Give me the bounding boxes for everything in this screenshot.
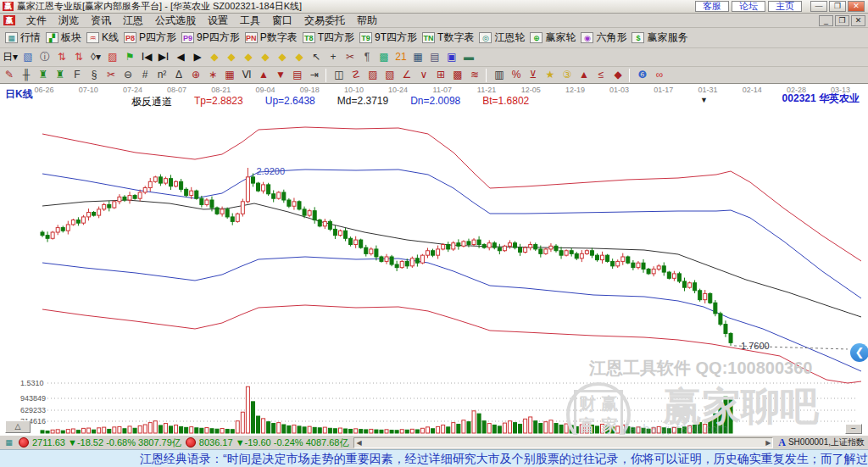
toolbar-button-行情[interactable]: ▦行情 [5, 31, 41, 45]
draw-tool-icon[interactable]: ⊕ [188, 68, 203, 82]
mdi-close-button[interactable]: ✕ [851, 15, 865, 26]
nav-tool-icon[interactable]: ⇅ [71, 50, 86, 64]
draw-tool-icon[interactable]: ♜ [36, 68, 51, 82]
nav-tool-icon[interactable]: ⚑ [122, 50, 137, 64]
mdi-minimize-button[interactable]: _ [819, 15, 833, 26]
nav-tool-icon[interactable]: ¶ [359, 50, 375, 64]
shanghai-index-icon[interactable] [19, 437, 29, 448]
draw-tool-icon[interactable]: ╫ [19, 68, 34, 82]
draw-tool-icon[interactable]: ⊞ [433, 68, 448, 82]
menu-item[interactable]: 江恩 [117, 13, 149, 29]
shenzhen-index-icon[interactable] [186, 437, 196, 448]
draw-tool-icon[interactable]: ⊖ [120, 68, 136, 82]
nav-tool-icon[interactable]: ▬ [461, 50, 476, 64]
draw-tool-icon[interactable]: ★ [542, 68, 558, 82]
draw-tool-icon[interactable]: F [70, 68, 85, 82]
draw-tool-icon[interactable]: ✎ [2, 68, 17, 82]
service-button[interactable]: 客服 [695, 1, 729, 12]
draw-tool-icon[interactable]: ☡ [348, 68, 364, 82]
nav-tool-icon[interactable]: Ⅰ◀ [139, 50, 154, 64]
menu-item[interactable]: 交易委托 [298, 13, 351, 29]
nav-tool-icon[interactable]: ▨ [105, 50, 120, 64]
menu-item[interactable]: 文件 [20, 13, 53, 29]
nav-tool-icon[interactable]: ▩ [376, 50, 392, 64]
draw-tool-icon[interactable]: ∨ [416, 68, 431, 82]
maximize-button[interactable]: ❐ [829, 1, 846, 12]
toolbar-button-9T四方形[interactable]: T99T四方形 [359, 31, 417, 45]
homepage-button[interactable]: 主页 [768, 1, 802, 12]
scroll-right-icon[interactable]: ▶ [765, 439, 771, 447]
toolbar-button-K线[interactable]: ♒K线 [86, 31, 119, 45]
mdi-restore-button[interactable]: ❐ [835, 15, 849, 26]
menu-item[interactable]: 窗口 [266, 13, 298, 29]
nav-tool-icon[interactable]: ▶ [190, 50, 205, 64]
nav-tool-icon[interactable]: ↖ [309, 50, 324, 64]
nav-tool-icon[interactable]: ◆ [258, 50, 273, 64]
nav-tool-icon[interactable]: ▦ [410, 50, 426, 64]
toolbar-button-赢家服务[interactable]: $赢家服务 [632, 31, 687, 45]
toolbar-button-P数字表[interactable]: PNP数字表 [245, 31, 298, 45]
draw-tool-icon[interactable]: ▼ [273, 68, 288, 82]
menu-item[interactable]: 帮助 [351, 13, 383, 29]
nav-tool-icon[interactable]: ⇅ [54, 50, 70, 64]
nav-tool-icon[interactable]: ◀ [173, 50, 188, 64]
draw-tool-icon[interactable]: ▤ [290, 68, 305, 82]
nav-tool-icon[interactable]: 21 [393, 50, 409, 64]
draw-tool-icon[interactable]: # [137, 68, 153, 82]
draw-tool-icon[interactable]: ▥ [492, 68, 507, 82]
nav-tool-icon[interactable]: ✂ [342, 50, 358, 64]
draw-tool-icon[interactable]: ∗ [205, 68, 220, 82]
draw-tool-icon[interactable]: § [86, 68, 102, 82]
nav-tool-icon[interactable]: ◊▾ [88, 50, 103, 64]
chart-region[interactable]: 1.53109438496292333146162.92001.7600 日K线… [0, 84, 868, 435]
toolbar-button-六角形[interactable]: ◉六角形 [581, 31, 626, 45]
draw-tool-icon[interactable]: ≋ [467, 68, 482, 82]
nav-tool-icon[interactable]: ◆ [207, 50, 222, 64]
volume-expand-button[interactable]: △ [5, 420, 31, 433]
draw-tool-icon[interactable]: ▩ [450, 68, 465, 82]
draw-tool-icon[interactable]: ▲ [256, 68, 271, 82]
menu-item[interactable]: 设置 [202, 13, 234, 29]
toolbar-button-江恩轮[interactable]: ◎江恩轮 [479, 31, 525, 45]
toolbar-button-板块[interactable]: ▞板块 [46, 31, 81, 45]
index-selector[interactable]: A SH000001,上证指数 [778, 436, 865, 449]
quote-grid-icon[interactable]: ▦ [3, 438, 14, 448]
tab-daily-kline[interactable]: 日K线 [5, 87, 33, 102]
draw-tool-icon[interactable]: Δ [171, 68, 186, 82]
nav-tool-icon[interactable]: ◆ [292, 50, 307, 64]
nav-tool-icon[interactable]: ◆ [224, 50, 239, 64]
draw-tool-icon[interactable]: ✂ [103, 68, 119, 82]
draw-tool-icon[interactable]: Ⅵ [239, 68, 254, 82]
menu-item[interactable]: 浏览 [53, 13, 85, 29]
nav-tool-icon[interactable]: ◆ [275, 50, 290, 64]
zoom-out-button[interactable]: − [845, 424, 862, 434]
draw-tool-icon[interactable]: ▦ [222, 68, 237, 82]
close-button[interactable]: ✕ [848, 1, 865, 12]
kline-chart[interactable]: 1.53109438496292333146162.92001.7600 [0, 84, 868, 435]
draw-tool-icon[interactable]: ▧ [382, 68, 398, 82]
draw-tool-icon[interactable]: % [509, 68, 524, 82]
draw-tool-icon[interactable]: ⊻ [526, 68, 541, 82]
horizontal-scrollbar[interactable]: ◀ ▶ [353, 437, 773, 448]
nav-tool-icon[interactable]: ⓘ [37, 50, 53, 64]
nav-tool-icon[interactable]: ▤ [427, 50, 442, 64]
menu-item[interactable]: 工具 [234, 13, 266, 29]
draw-tool-icon[interactable]: ⇥ [307, 68, 322, 82]
nav-tool-icon[interactable]: ◆ [241, 50, 256, 64]
draw-tool-icon[interactable]: n² [154, 68, 170, 82]
minimize-button[interactable]: — [810, 1, 827, 12]
draw-tool-icon[interactable]: ◫ [331, 68, 347, 82]
nav-tool-icon[interactable]: ▣ [444, 50, 459, 64]
draw-tool-icon[interactable]: ▲ [576, 68, 592, 82]
scroll-left-icon[interactable]: ◀ [356, 439, 361, 447]
nav-tool-icon[interactable]: 日▾ [2, 50, 19, 64]
toolbar-button-T数字表[interactable]: TNT数字表 [422, 31, 474, 45]
draw-tool-icon[interactable]: ∠ [399, 68, 415, 82]
nav-tool-icon[interactable]: ▧ [20, 50, 36, 64]
back-circle-button[interactable]: ❮ [850, 343, 868, 362]
forum-button[interactable]: 论坛 [732, 1, 765, 12]
draw-tool-icon[interactable]: ∞ [652, 68, 667, 82]
nav-tool-icon[interactable]: ▶Ⅰ [156, 50, 171, 64]
menu-item[interactable]: 公式选股 [149, 13, 202, 29]
draw-tool-icon[interactable]: ♜ [53, 68, 68, 82]
